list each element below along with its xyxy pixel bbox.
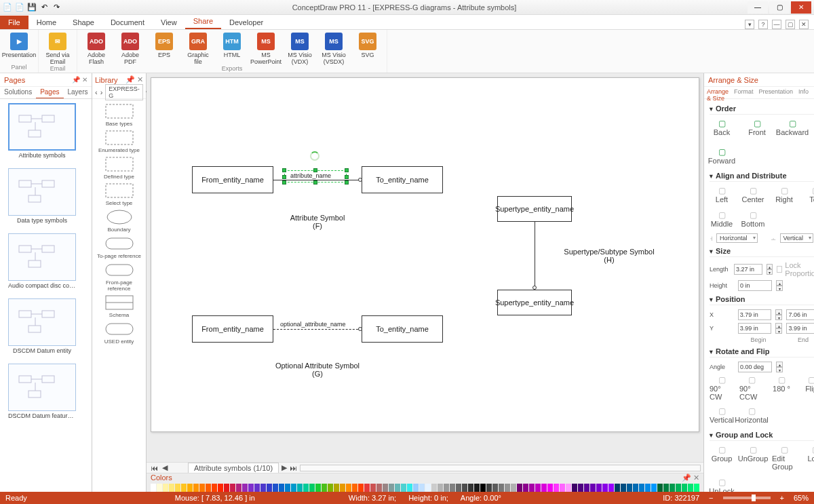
minimize-button[interactable]: —	[748, 1, 768, 14]
color-swatch[interactable]	[236, 484, 241, 492]
height-down[interactable]: ▾	[776, 286, 783, 291]
color-swatch[interactable]	[212, 484, 217, 492]
color-swatch[interactable]	[633, 484, 638, 492]
rotate-row-90-cw[interactable]: ▢90° CW	[710, 375, 734, 401]
color-swatch[interactable]	[462, 484, 467, 492]
child-close-icon[interactable]: ✕	[799, 20, 809, 29]
hscrollbar[interactable]	[300, 465, 701, 471]
color-swatch[interactable]	[511, 484, 516, 492]
color-swatch[interactable]	[254, 484, 260, 492]
color-swatch[interactable]	[651, 484, 657, 492]
color-swatch[interactable]	[615, 484, 620, 492]
lib-back-icon[interactable]: ‹	[95, 88, 98, 96]
length-input[interactable]: 3.27 in	[734, 264, 763, 275]
color-swatch[interactable]	[438, 484, 443, 492]
color-swatch[interactable]	[645, 484, 651, 492]
zoom-in-icon[interactable]: +	[780, 494, 784, 502]
page-thumb[interactable]: Audio compact disc colle...	[8, 233, 76, 289]
lib-item-schema[interactable]: Schema	[95, 294, 144, 318]
color-swatch[interactable]	[346, 484, 351, 492]
color-swatch[interactable]	[663, 484, 669, 492]
align-row-center[interactable]: ▢Center	[741, 186, 765, 203]
lib-item-used-entity[interactable]: USED entity	[95, 321, 144, 345]
section-size[interactable]: Size	[710, 244, 814, 257]
zoom-slider[interactable]	[723, 497, 771, 499]
color-swatch[interactable]	[413, 484, 419, 492]
tab-solutions[interactable]: Solutions	[0, 87, 36, 98]
order-row-backward[interactable]: ▢Backward	[780, 119, 805, 136]
child-min-icon[interactable]: —	[772, 20, 781, 29]
send-email-button[interactable]: ✉ Send via Email	[43, 31, 73, 65]
lib-item-base-types[interactable]: Base types	[95, 103, 144, 127]
color-swatch[interactable]	[554, 484, 559, 492]
drawing-page[interactable]: From_entity_name To_entity_name attribut…	[151, 77, 699, 432]
new-doc-icon[interactable]: 📄	[15, 3, 24, 12]
library-breadcrumb[interactable]: EXPRESS-G	[105, 84, 143, 100]
color-swatch[interactable]	[694, 484, 699, 492]
color-swatch[interactable]	[578, 484, 583, 492]
export-ms-visio-vdx-[interactable]: MS MS Visio (VDX)	[285, 31, 315, 65]
connector-h[interactable]	[535, 222, 535, 290]
color-swatch[interactable]	[560, 484, 565, 492]
color-swatch[interactable]	[218, 484, 223, 492]
color-swatch[interactable]	[181, 484, 187, 492]
group-row-unlock[interactable]: ▢UnLock	[710, 478, 734, 492]
attr-g-label[interactable]: optional_attribute_name	[280, 321, 346, 328]
color-swatch[interactable]	[206, 484, 211, 492]
y-end-input[interactable]: 3.99 in	[786, 323, 814, 334]
lib-item-to-page-reference[interactable]: To-page reference	[95, 235, 144, 259]
x-end-input[interactable]: 7.06 in	[786, 309, 814, 320]
ribbon-tab-home[interactable]: Home	[28, 16, 64, 29]
sheet-nav-next[interactable]: ▶	[279, 463, 290, 472]
canvas-scroll[interactable]: From_entity_name To_entity_name attribut…	[147, 73, 703, 462]
lib-item-boundary[interactable]: Boundary	[95, 209, 144, 233]
color-swatch[interactable]	[358, 484, 364, 492]
close-button[interactable]: ✕	[791, 1, 811, 14]
color-swatch[interactable]	[590, 484, 596, 492]
rotate-row-flip[interactable]: ▢Flip	[799, 375, 814, 401]
section-align[interactable]: Align and Distribute	[710, 169, 814, 182]
color-swatch[interactable]	[639, 484, 644, 492]
lib-item-select-type[interactable]: Select type	[95, 182, 144, 206]
length-down[interactable]: ▾	[767, 269, 772, 275]
color-swatch[interactable]	[602, 484, 608, 492]
tab-pages[interactable]: Pages	[36, 87, 63, 98]
ribbon-tab-document[interactable]: Document	[102, 16, 153, 29]
x-begin-input[interactable]: 3.79 in	[738, 309, 772, 320]
height-up[interactable]: ▴	[776, 280, 783, 286]
color-swatch[interactable]	[682, 484, 687, 492]
ribbon-tab-developer[interactable]: Developer	[221, 16, 271, 29]
sheet-tab[interactable]: Attribute symbols (1/10)	[188, 463, 279, 473]
rotate-row-90-ccw[interactable]: ▢90° CCW	[739, 375, 764, 401]
color-swatch[interactable]	[499, 484, 504, 492]
color-swatch[interactable]	[572, 484, 577, 492]
rp-tab-info[interactable]: Info	[796, 87, 811, 98]
section-group[interactable]: Group and Lock	[710, 428, 814, 441]
page-thumb[interactable]: DSCDM Datum entity	[8, 298, 76, 354]
rotate-row-180-[interactable]: ▢180 °	[769, 375, 794, 401]
color-swatch[interactable]	[566, 484, 571, 492]
color-swatch[interactable]	[230, 484, 235, 492]
height-input[interactable]: 0 in	[738, 280, 772, 291]
color-swatch[interactable]	[169, 484, 174, 492]
color-swatch[interactable]	[248, 484, 254, 492]
color-swatch[interactable]	[383, 484, 388, 492]
page-thumb[interactable]: DSCDM Datum feature a...	[8, 364, 76, 419]
lib-item-enumerated-type[interactable]: Enumerated type	[95, 130, 144, 153]
y-begin-input[interactable]: 3.99 in	[738, 323, 772, 334]
color-swatch[interactable]	[224, 484, 229, 492]
color-swatch[interactable]	[596, 484, 602, 492]
group-row-lock[interactable]: ▢Lock	[803, 445, 814, 471]
maximize-button[interactable]: ▢	[769, 1, 790, 14]
section-rotate[interactable]: Rotate and Flip	[710, 345, 814, 357]
ribbon-tab-view[interactable]: View	[153, 16, 185, 29]
entity-f-to[interactable]: To_entity_name	[362, 166, 443, 193]
rp-tab-arrange[interactable]: Arrange & Size	[704, 87, 731, 98]
color-swatch[interactable]	[535, 484, 541, 492]
color-swatch[interactable]	[407, 484, 412, 492]
zoom-out-icon[interactable]: −	[709, 494, 713, 502]
library-pin-icon[interactable]: 📌 ✕	[125, 75, 143, 84]
help-icon[interactable]: ?	[758, 20, 768, 29]
export-html[interactable]: HTMHTML	[217, 31, 247, 65]
align-row-right[interactable]: ▢Right	[772, 186, 796, 203]
